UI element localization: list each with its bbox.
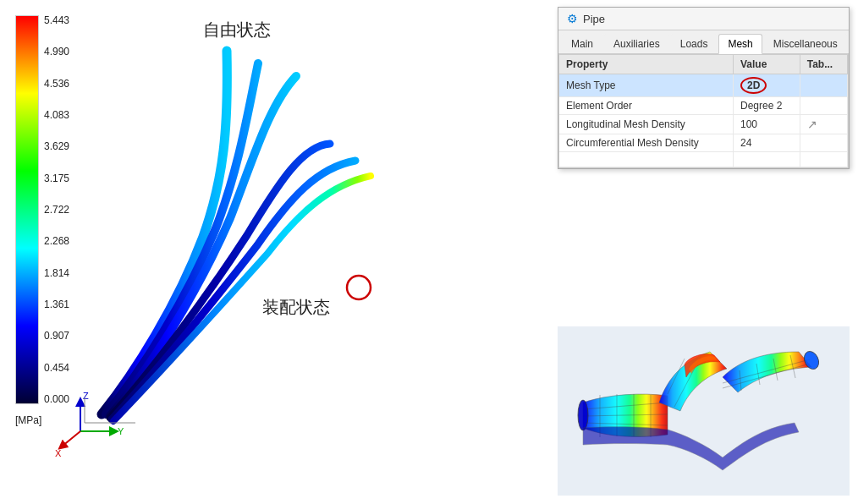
property-mesh-type: Mesh Type xyxy=(559,74,733,97)
col-header-value: Value xyxy=(733,55,800,74)
tab-mesh-type xyxy=(800,74,847,97)
gear-icon: ⚙ xyxy=(567,12,578,25)
table-header-row: Property Value Tab... xyxy=(559,55,848,74)
svg-point-17 xyxy=(578,400,588,430)
tab-longitudinal[interactable]: ↗ xyxy=(800,115,847,134)
tab-loads[interactable]: Loads xyxy=(671,34,718,53)
value-circumferential: 24 xyxy=(733,134,800,152)
dialog-title: Pipe xyxy=(583,13,605,25)
longitudinal-tab-icon: ↗ xyxy=(807,118,817,131)
value-element-order: Degree 2 xyxy=(733,97,800,115)
col-header-tab: Tab... xyxy=(800,55,847,74)
pipe-dialog: ⚙ Pipe Main Auxiliaries Loads Mesh Misce… xyxy=(558,7,850,169)
property-element-order: Element Order xyxy=(559,97,733,115)
table-row-mesh-type[interactable]: Mesh Type 2D xyxy=(559,74,848,97)
table-row-element-order[interactable]: Element Order Degree 2 xyxy=(559,97,848,115)
table-row-longitudinal[interactable]: Longitudinal Mesh Density 100 ↗ xyxy=(559,115,848,134)
svg-text:X: X xyxy=(55,448,62,458)
table-row-circumferential[interactable]: Circumferential Mesh Density 24 xyxy=(559,134,848,152)
tab-auxiliaries[interactable]: Auxiliaries xyxy=(604,34,669,53)
mesh-svg xyxy=(558,326,850,496)
table-row-empty xyxy=(559,152,848,167)
tab-main[interactable]: Main xyxy=(562,34,602,53)
pipe-visualization: Z Y X xyxy=(0,0,398,504)
property-longitudinal: Longitudinal Mesh Density xyxy=(559,115,733,134)
dialog-titlebar: ⚙ Pipe xyxy=(558,8,849,30)
svg-line-4 xyxy=(62,431,80,446)
svg-text:Z: Z xyxy=(83,391,89,401)
col-header-property: Property xyxy=(559,55,733,74)
tab-mesh[interactable]: Mesh xyxy=(718,34,762,54)
mesh-type-badge: 2D xyxy=(740,77,767,94)
tab-miscellaneous[interactable]: Miscellaneous xyxy=(764,34,847,53)
svg-point-6 xyxy=(347,276,371,299)
property-table: Property Value Tab... Mesh Type 2D Eleme… xyxy=(559,55,848,167)
svg-text:Y: Y xyxy=(118,426,124,436)
tab-circumferential xyxy=(800,134,847,152)
tab-element-order xyxy=(800,97,847,115)
value-longitudinal: 100 xyxy=(733,115,800,134)
left-visualization-panel: 5.443 4.990 4.536 4.083 3.629 3.175 2.72… xyxy=(0,0,398,504)
value-mesh-type[interactable]: 2D xyxy=(733,74,800,97)
dialog-content: Property Value Tab... Mesh Type 2D Eleme… xyxy=(558,54,849,168)
mesh-visualization xyxy=(558,326,850,496)
property-circumferential: Circumferential Mesh Density xyxy=(559,134,733,152)
dialog-tabs[interactable]: Main Auxiliaries Loads Mesh Miscellaneou… xyxy=(558,30,849,54)
